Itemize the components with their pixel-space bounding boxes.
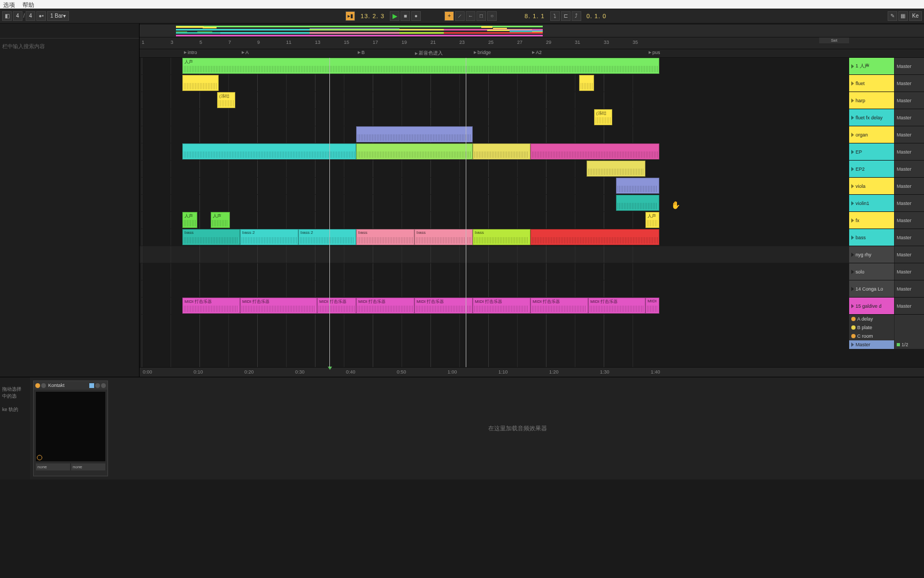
track-header[interactable]: bassMaster <box>849 229 924 246</box>
arrangement-overview[interactable] <box>140 25 924 37</box>
track-header[interactable]: 15 galdive dMaster <box>849 298 924 315</box>
track-lane[interactable]: 人声人声人声 <box>140 212 849 229</box>
clip[interactable]: MIDI 打击乐器 <box>588 298 645 314</box>
time-sig-num[interactable]: 4 <box>13 11 22 21</box>
track-route[interactable]: Master <box>894 280 924 297</box>
track-lane[interactable] <box>140 195 849 212</box>
menu-help[interactable]: 帮助 <box>22 1 34 7</box>
clip[interactable] <box>530 229 659 245</box>
track-route[interactable]: Master <box>894 109 924 126</box>
track-header[interactable]: EPMaster <box>849 143 924 161</box>
track-route[interactable]: Master <box>894 246 924 263</box>
clip[interactable] <box>616 178 659 194</box>
return-track-header[interactable]: B plate <box>849 323 924 332</box>
clip[interactable]: MIDI 打击乐器 <box>317 298 356 314</box>
track-header[interactable]: violaMaster <box>849 178 924 195</box>
track-lane[interactable] <box>140 75 849 92</box>
clip[interactable]: (冻结 <box>594 109 612 125</box>
track-lane[interactable] <box>140 263 849 280</box>
track-lane[interactable]: (冻结 <box>140 109 849 126</box>
stop-button[interactable]: ■ <box>401 11 410 21</box>
track-route[interactable]: Master <box>894 212 924 229</box>
track-route[interactable]: Master <box>894 126 924 143</box>
automation-arm-icon[interactable]: ⟋ <box>455 11 465 21</box>
overdub-icon[interactable]: + <box>444 11 454 21</box>
track-lane[interactable]: bassbass 2bass 2bassbassbass <box>140 229 849 246</box>
locator-intro[interactable]: intro <box>184 50 197 55</box>
track-header[interactable]: 1 人声Master <box>849 58 924 75</box>
clip[interactable] <box>356 143 473 159</box>
track-lane[interactable] <box>140 126 849 143</box>
track-header[interactable]: harpMaster <box>849 92 924 109</box>
master-track-header[interactable]: Master1/2 <box>849 340 924 349</box>
clip[interactable]: MIDI 打击乐器 <box>414 298 473 314</box>
punch-in-icon[interactable]: ⤵ <box>550 11 560 21</box>
clip[interactable]: bass <box>414 229 473 245</box>
metronome-icon[interactable]: ●• <box>36 11 46 21</box>
track-route[interactable]: Master <box>894 178 924 194</box>
track-lane[interactable]: 人声 <box>140 58 849 75</box>
locator-B[interactable]: B <box>358 50 365 55</box>
device-save-icon[interactable] <box>95 383 100 388</box>
track-route[interactable]: Master <box>894 229 924 246</box>
clip[interactable]: bass <box>182 229 240 245</box>
loop-start[interactable]: 8. 1. 1 <box>520 11 549 21</box>
punch-out-icon[interactable]: ⤴ <box>572 11 581 21</box>
track-route[interactable]: Master <box>894 263 924 280</box>
track-header[interactable]: fxMaster <box>849 212 924 229</box>
arrangement-position[interactable]: 13. 2. 3 <box>356 11 389 21</box>
device-slot-2[interactable]: none <box>71 463 105 470</box>
track-lane[interactable] <box>140 161 849 178</box>
clip[interactable]: MIDI 打击乐器 <box>473 298 530 314</box>
track-header[interactable]: EP2Master <box>849 161 924 178</box>
track-route[interactable]: Master <box>894 161 924 177</box>
locator-A[interactable]: A <box>242 50 249 55</box>
clip[interactable] <box>356 126 473 142</box>
return-track-header[interactable]: A delay <box>849 315 924 323</box>
device-hot-swap-icon[interactable] <box>41 383 46 388</box>
time-ruler[interactable]: 0:000:100:200:300:400:501:001:101:201:30… <box>140 367 924 377</box>
clip[interactable]: bass <box>356 229 414 245</box>
reenable-icon[interactable]: ← <box>466 11 475 21</box>
track-header[interactable]: violin1Master <box>849 195 924 212</box>
clip[interactable]: bass 2 <box>240 229 298 245</box>
loop-switch-icon[interactable]: ⊏ <box>561 11 571 21</box>
track-lane[interactable] <box>140 246 849 263</box>
track-route[interactable]: Master <box>894 298 924 314</box>
clip[interactable] <box>616 195 659 211</box>
track-lane[interactable]: (冻结 <box>140 92 849 109</box>
beat-ruler[interactable]: 1357911131517192123252729313335 <box>140 37 924 49</box>
clip[interactable]: 人声 <box>645 212 659 228</box>
tracks-area[interactable]: 人声(冻结(冻结人声人声人声bassbass 2bass 2bassbassba… <box>140 58 924 367</box>
locator-新音色进入[interactable]: 新音色进入 <box>415 50 443 57</box>
clip[interactable] <box>182 75 219 91</box>
clip[interactable]: MIDI <box>645 298 659 314</box>
track-route[interactable]: Master <box>894 195 924 211</box>
clip[interactable] <box>473 143 530 159</box>
clip[interactable]: MIDI 打击乐器 <box>240 298 317 314</box>
clip[interactable] <box>579 75 594 91</box>
loop-icon[interactable]: ○ <box>487 11 497 21</box>
track-header[interactable]: fluet fx delayMaster <box>849 109 924 126</box>
locator-A2[interactable]: A2 <box>532 50 542 55</box>
quantize-menu[interactable]: 1 Bar ▾ <box>47 11 69 21</box>
link-icon[interactable]: ◧ <box>2 11 12 21</box>
track-route[interactable]: Master <box>894 92 924 109</box>
locator-pus[interactable]: pus <box>649 50 660 55</box>
capture-icon[interactable]: □ <box>476 11 486 21</box>
clip[interactable] <box>587 161 645 177</box>
track-header[interactable]: soloMaster <box>849 263 924 280</box>
clip[interactable]: MIDI 打击乐器 <box>530 298 588 314</box>
track-route[interactable]: Master <box>894 143 924 160</box>
clip[interactable] <box>530 143 659 159</box>
track-lane[interactable] <box>140 143 849 161</box>
device-kontakt[interactable]: Kontakt none none <box>33 381 108 476</box>
menu-options[interactable]: 选项 <box>3 1 15 7</box>
draw-mode-icon[interactable]: ✎ <box>888 11 897 21</box>
track-header[interactable]: 14 Conga LoMaster <box>849 280 924 298</box>
track-header[interactable]: nyg rhyMaster <box>849 246 924 263</box>
clip[interactable]: bass 2 <box>298 229 356 245</box>
key-map-button[interactable]: Ke <box>909 11 922 21</box>
device-wrench-icon[interactable] <box>101 383 106 388</box>
track-lane[interactable]: MIDI 打击乐器MIDI 打击乐器MIDI 打击乐器MIDI 打击乐器MIDI… <box>140 298 849 315</box>
